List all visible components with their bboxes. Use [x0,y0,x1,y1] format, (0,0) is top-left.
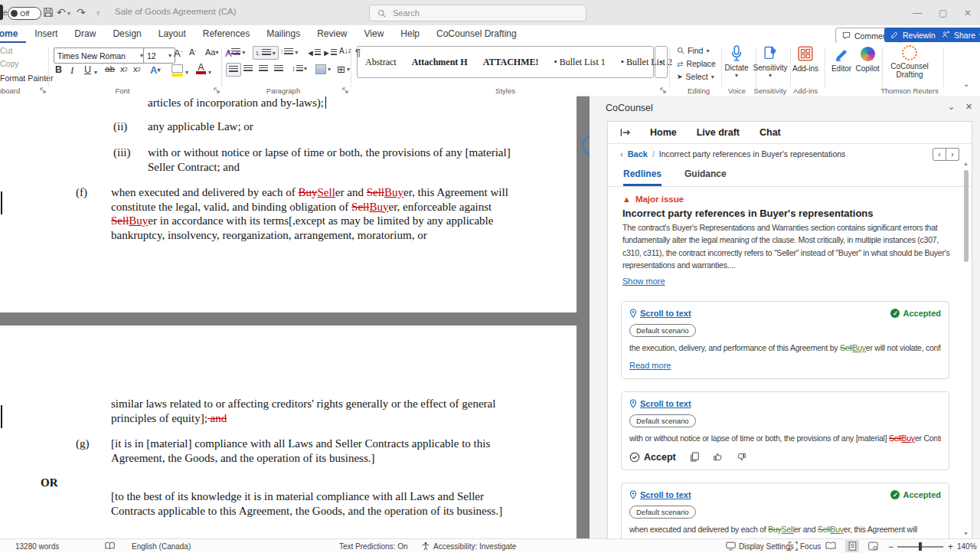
shading-button[interactable]: ▾ [315,64,331,74]
panel-nav-chat[interactable]: Chat [760,127,781,138]
read-mode-icon[interactable] [825,542,836,551]
collapse-sidebar-icon[interactable] [620,128,630,137]
underline-button[interactable]: U [84,64,91,75]
font-color-button[interactable]: A [196,64,206,74]
align-center-button[interactable] [243,65,253,73]
show-more-link[interactable]: Show more [622,276,665,286]
justify-button[interactable] [274,65,283,73]
next-issue-button[interactable]: › [946,148,959,161]
font-size-combo[interactable]: 12▾ [143,47,175,64]
menu-tab-layout[interactable]: Layout [150,25,194,43]
style-item-attachment-h[interactable]: Attachment H [404,47,475,77]
focus-button[interactable]: Focus [800,542,821,551]
accept-button[interactable]: Accept [629,452,676,463]
align-left-button[interactable] [226,63,241,77]
scroll-to-text-link[interactable]: Scroll to text [629,399,691,408]
menu-tab-view[interactable]: View [356,25,393,43]
underline-chevron-icon[interactable]: ▾ [94,69,97,76]
scroll-to-text-link[interactable]: Scroll to text [629,309,691,318]
save-button[interactable] [43,7,54,18]
paragraph-dialog-launcher[interactable] [342,87,348,93]
italic-button[interactable]: I [70,64,74,77]
menu-tab-help[interactable]: Help [392,25,428,43]
zoom-level[interactable]: 140% [957,542,977,551]
style-item-bullet-list-1[interactable]: • Bullet List 1 [547,47,613,77]
paragraph-f[interactable]: when executed and delivered by each of B… [111,185,528,242]
borders-button[interactable]: ⊞▾ [337,64,350,75]
collapse-ribbon-icon[interactable]: ⌄ [963,80,969,88]
paragraph-alt[interactable]: [to the best of its knowledge it is in m… [111,489,528,518]
document-page-1[interactable]: articles of incorporation and by-laws); … [0,96,577,312]
document-page-2[interactable]: similar laws related to or affecting cre… [0,326,577,538]
cocounsel-drafting-button[interactable]: CoCounsel Drafting [887,45,933,79]
menu-tab-cocounsel-drafting[interactable]: CoCounsel Drafting [428,25,525,43]
styles-dialog-launcher[interactable] [660,87,666,93]
bold-button[interactable]: B [55,64,62,75]
font-name-combo[interactable]: Times New Roman▾ [54,47,147,64]
tab-redlines[interactable]: Redlines [623,169,662,186]
panel-scrollbar[interactable]: ▲ ▼ [962,161,970,536]
accessibility-status[interactable]: Accessibility: Investigate [433,542,516,551]
focus-icon[interactable] [789,542,798,551]
shrink-font-button[interactable]: Aˇ [189,47,197,57]
menu-tab-mailings[interactable]: Mailings [258,25,309,43]
styles-gallery-more-button[interactable]: ▾ [655,46,668,78]
paragraph-continuation[interactable]: articles of incorporation and by-laws); [148,96,324,110]
thumbs-up-icon[interactable] [713,452,723,462]
paragraph-iii[interactable]: with or without notice or lapse of time … [148,146,515,174]
subscript-button[interactable]: x2 [120,64,128,74]
menu-tab-home[interactable]: Home [0,25,26,43]
scrollbar-thumb[interactable] [964,170,969,262]
web-layout-icon[interactable] [868,542,878,551]
copy-button[interactable]: Copy [0,59,19,68]
font-color-chevron-icon[interactable]: ▾ [208,69,211,76]
copy-icon[interactable] [690,452,699,462]
back-link[interactable]: Back [628,149,648,159]
format-painter-button[interactable]: Format Painter [0,74,53,83]
replace-button[interactable]: ⇄Replace [677,59,716,68]
close-button[interactable]: ✕ [964,8,972,18]
scroll-to-text-link[interactable]: Scroll to text [629,490,691,499]
text-effects-button[interactable]: A▾ [150,64,160,76]
redo-button[interactable]: ↷ [77,6,86,18]
menu-tab-references[interactable]: References [194,25,258,43]
back-chevron-icon[interactable]: ‹ [620,149,623,159]
menu-tab-insert[interactable]: Insert [26,25,66,43]
display-settings-icon[interactable] [726,542,736,551]
font-dialog-launcher[interactable] [214,87,220,93]
prev-issue-button[interactable]: ‹ [933,148,946,161]
decrease-indent-button[interactable]: ◄ [306,48,321,57]
zoom-slider-thumb[interactable] [919,542,922,551]
undo-chevron-icon[interactable]: ▾ [67,10,70,17]
multilevel-list-button[interactable]: ⁝▾ [281,48,298,56]
increase-indent-button[interactable]: ► [322,48,337,57]
autosave-toggle[interactable]: Off [8,7,41,20]
quick-access-more-icon[interactable]: ▿ [96,9,100,17]
dictate-button[interactable]: Dictate▾ [720,45,753,79]
change-case-button[interactable]: Aa▾ [205,47,218,57]
display-settings-button[interactable]: Display Settings [739,542,794,551]
paragraph-continuation-2[interactable]: similar laws related to or affecting cre… [111,397,528,425]
select-button[interactable]: ➤Select▾ [677,72,714,81]
minimize-button[interactable]: — [913,8,922,18]
thumbs-down-icon[interactable] [737,452,746,462]
superscript-button[interactable]: x2 [133,64,141,74]
menu-tab-draw[interactable]: Draw [66,25,104,43]
zoom-out-button[interactable]: − [888,542,893,552]
cut-button[interactable]: Cut [0,46,12,55]
style-item-attachme-[interactable]: ATTACHME! [475,47,547,77]
style-item-abstract[interactable]: Abstract [358,47,404,77]
add-ins-button[interactable]: Add-ins [789,45,822,73]
accessibility-icon[interactable] [421,542,430,551]
menu-tab-review[interactable]: Review [309,25,355,43]
read-more-link[interactable]: Read more [629,361,671,370]
language-status[interactable]: English (Canada) [132,542,191,551]
search-box[interactable] [369,5,586,21]
search-input[interactable] [391,8,547,18]
bullet-list-button[interactable]: •▾ [227,48,245,56]
highlight-chevron-icon[interactable]: ▾ [185,69,188,76]
text-predictions-status[interactable]: Text Predictions: On [339,542,407,551]
share-button[interactable]: Share▾ [936,28,980,42]
word-count[interactable]: 13280 words [15,542,59,551]
panel-close-icon[interactable]: ✕ [965,102,972,112]
